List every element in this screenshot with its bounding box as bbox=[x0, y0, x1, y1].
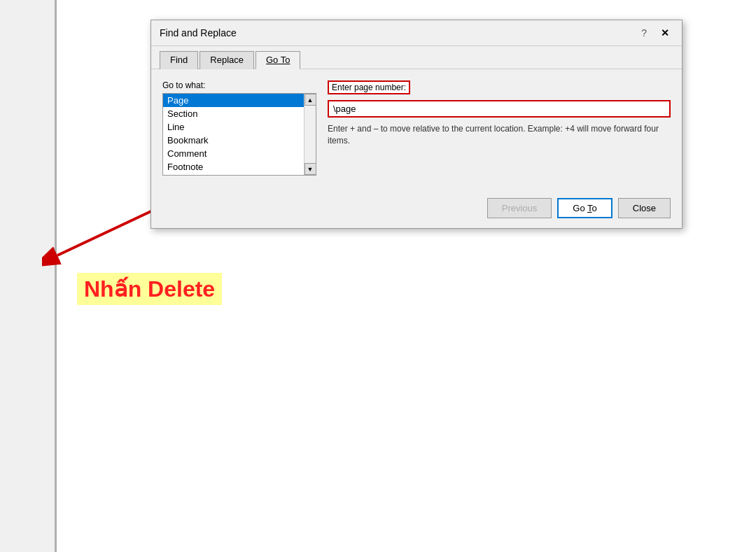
list-scrollbar[interactable]: ▲ ▼ bbox=[304, 94, 316, 175]
tab-replace[interactable]: Replace bbox=[200, 51, 254, 69]
goto-button[interactable]: Go To bbox=[557, 198, 612, 218]
close-title-button[interactable]: ✕ bbox=[657, 26, 673, 40]
tab-find[interactable]: Find bbox=[160, 51, 198, 69]
goto-what-label: Go to what: bbox=[162, 80, 316, 90]
scroll-up-arrow[interactable]: ▲ bbox=[304, 94, 316, 106]
list-item-bookmark[interactable]: Bookmark bbox=[163, 134, 304, 147]
dialog-tabs: Find Replace Go To bbox=[151, 46, 682, 69]
tab-goto[interactable]: Go To bbox=[255, 51, 300, 69]
find-replace-dialog: Find and Replace ? ✕ Find Replace Go To … bbox=[150, 20, 682, 229]
dialog-content: Go to what: Page Section Line Bookmark C… bbox=[151, 69, 682, 192]
tab-goto-label: Go To bbox=[266, 55, 290, 65]
list-item-line[interactable]: Line bbox=[163, 120, 304, 134]
previous-button[interactable]: Previous bbox=[487, 198, 552, 218]
list-item-footnote[interactable]: Footnote bbox=[163, 160, 304, 174]
dialog-row: Go to what: Page Section Line Bookmark C… bbox=[162, 80, 671, 176]
list-item-comment[interactable]: Comment bbox=[163, 147, 304, 160]
close-button[interactable]: Close bbox=[618, 198, 671, 218]
dialog-titlebar: Find and Replace ? ✕ bbox=[151, 20, 682, 46]
left-panel: Go to what: Page Section Line Bookmark C… bbox=[162, 80, 316, 176]
right-panel: Enter page number: Enter + and – to move… bbox=[328, 80, 671, 176]
title-controls: ? ✕ bbox=[637, 26, 673, 40]
list-item-page[interactable]: Page bbox=[163, 94, 304, 107]
tab-replace-label: Replace bbox=[210, 55, 244, 65]
goto-list[interactable]: Page Section Line Bookmark Comment Footn… bbox=[162, 93, 316, 176]
tab-find-label: Find bbox=[170, 55, 188, 65]
dialog-title: Find and Replace bbox=[160, 27, 237, 38]
scroll-down-arrow[interactable]: ▼ bbox=[304, 163, 316, 175]
list-item-section[interactable]: Section bbox=[163, 107, 304, 120]
dialog-buttons: Previous Go To Close bbox=[151, 192, 682, 228]
enter-page-label: Enter page number: bbox=[328, 80, 410, 94]
help-button[interactable]: ? bbox=[637, 26, 651, 40]
annotation-label: Nhấn Delete bbox=[77, 273, 222, 305]
hint-text: Enter + and – to move relative to the cu… bbox=[328, 123, 671, 147]
page-number-input[interactable] bbox=[328, 100, 671, 118]
